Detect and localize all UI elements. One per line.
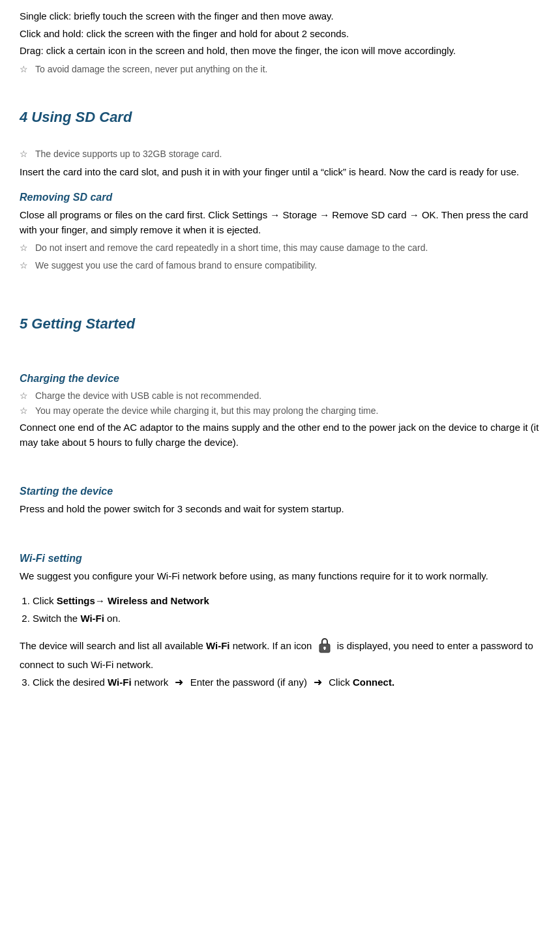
star-icon-1: ☆ [20,63,30,76]
section4-title: 4 Using SD Card [20,106,540,128]
wifi-step3-mid: network. If an icon [230,640,312,651]
svg-rect-2 [324,648,325,650]
wifi-desc: We suggest you configure your Wi-Fi netw… [20,569,540,584]
wifi-step3-pre: The device will search and list all avai… [20,640,206,651]
removing-sd-desc: Close all programs or files on the card … [20,208,540,237]
wifi-step3: The device will search and list all avai… [20,636,540,672]
lock-icon [317,636,332,658]
star-icon-6: ☆ [20,404,30,418]
wifi-step4-bold2: Connect. [353,677,394,688]
sd-note3: We suggest you use the card of famous br… [35,259,317,272]
wifi-step4-post: Enter the password (if any) [190,677,307,688]
wifi-step2-end: on. [104,613,121,624]
wifi-step1-bold: Settings→ Wireless and Network [57,595,209,606]
click-hold-text: Click and hold: click the screen with th… [20,27,540,42]
removing-sd-title: Removing SD card [20,190,540,205]
charging-title: Charging the device [20,371,540,387]
wifi-title: Wi-Fi setting [20,551,540,566]
star-icon-2: ☆ [20,147,30,161]
star-icon-4: ☆ [20,259,30,272]
section5-title: 5 Getting Started [20,313,540,334]
right-arrow-2: ➜ [314,677,322,688]
wifi-step1: Click Settings→ Wireless and Network [33,594,540,609]
charging-note1: Charge the device with USB cable is not … [35,389,261,403]
single-click-text: Single click: briefly touch the screen w… [20,9,540,24]
wifi-step3-bold1: Wi-Fi [206,640,230,651]
wifi-step2: Switch the Wi-Fi on. [33,611,540,626]
drag-text: Drag: click a certain icon in the screen… [20,44,540,59]
wifi-step4: Click the desired Wi-Fi network ➜ Enter … [33,675,540,690]
wifi-step4-mid: network [132,677,169,688]
right-arrow-1: ➜ [175,677,183,688]
charging-desc: Connect one end of the AC adaptor to the… [20,420,540,450]
sd-note2: Do not insert and remove the card repeat… [35,241,428,255]
starting-desc: Press and hold the power switch for 3 se… [20,502,540,517]
charging-note2: You may operate the device while chargin… [35,404,378,418]
sd-insert: Insert the card into the card slot, and … [20,165,540,180]
wifi-step2-pre: Switch the [33,613,80,624]
starting-title: Starting the device [20,484,540,499]
sd-note1: The device supports up to 32GB storage c… [35,147,222,161]
star-icon-3: ☆ [20,241,30,255]
wifi-step4-end: Click [329,677,353,688]
wifi-step1-pre: Click [33,595,57,606]
wifi-step4-pre: Click the desired [33,677,108,688]
wifi-step4-bold1: Wi-Fi [108,677,132,688]
note-damage: To avoid damage the screen, never put an… [35,63,267,76]
star-icon-5: ☆ [20,389,30,403]
wifi-step2-bold: Wi-Fi [80,613,104,624]
